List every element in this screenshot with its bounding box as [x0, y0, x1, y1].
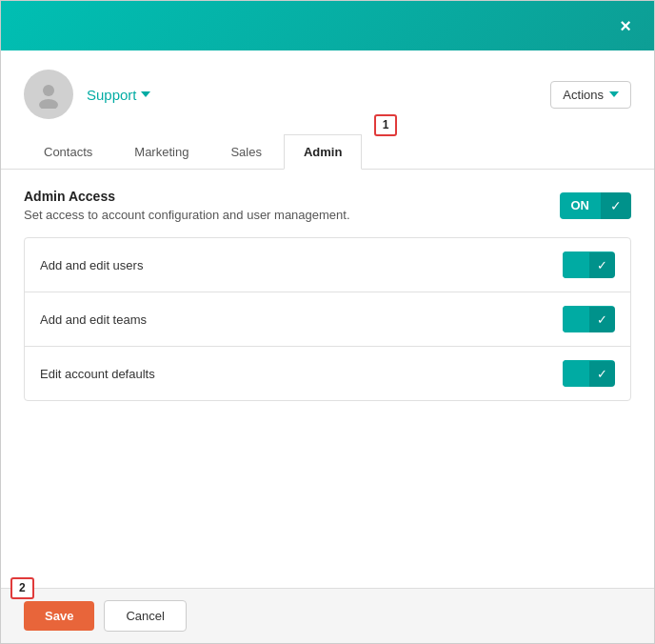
perm-item-edit-defaults: Edit account defaults ✓ [25, 347, 630, 400]
modal-header: × [1, 1, 654, 50]
close-button[interactable]: × [612, 12, 639, 39]
admin-access-description: Set access to account configuration and … [24, 208, 350, 222]
perm-item-add-teams: Add and edit teams ✓ [25, 292, 630, 347]
tab-contacts[interactable]: Contacts [24, 134, 112, 169]
admin-access-title: Admin Access [24, 189, 350, 204]
perm-label-add-teams: Add and edit teams [40, 312, 147, 327]
perm-toggle-block-3 [563, 360, 589, 387]
modal: × Support Actions [0, 0, 655, 644]
footer-badge: 2 [10, 577, 34, 599]
content-area: Admin Access Set access to account confi… [1, 170, 654, 420]
modal-footer: 2 Save Cancel [1, 588, 654, 643]
user-name-label: Support [87, 87, 137, 103]
admin-access-row: Admin Access Set access to account confi… [24, 189, 631, 222]
modal-body: Support Actions Contacts Marketing Sales… [1, 50, 654, 588]
permissions-list: Add and edit users ✓ Add and edit teams … [24, 237, 631, 401]
perm-item-add-users: Add and edit users ✓ [25, 238, 630, 292]
svg-point-1 [39, 99, 58, 109]
user-section: Support Actions [1, 50, 654, 134]
actions-button[interactable]: Actions [550, 81, 631, 109]
admin-access-text: Admin Access Set access to account confi… [24, 189, 350, 222]
cancel-button[interactable]: Cancel [104, 600, 186, 632]
perm-label-add-users: Add and edit users [40, 258, 143, 272]
chevron-down-icon [141, 91, 150, 97]
perm-toggle-add-users[interactable]: ✓ [563, 252, 615, 278]
user-info: Support [24, 70, 150, 119]
user-name-button[interactable]: Support [87, 87, 150, 103]
perm-toggle-block [563, 252, 589, 278]
tab-marketing[interactable]: Marketing [114, 134, 208, 169]
perm-toggle-edit-defaults[interactable]: ✓ [563, 360, 615, 387]
actions-chevron-icon [609, 91, 619, 97]
tabs-bar: Contacts Marketing Sales Admin 1 [1, 134, 654, 170]
save-button[interactable]: Save [24, 601, 94, 631]
perm-toggle-add-teams[interactable]: ✓ [563, 306, 615, 332]
perm-check-icon-2: ✓ [589, 307, 615, 332]
toggle-check-icon: ✓ [601, 192, 631, 219]
perm-toggle-block-2 [563, 306, 589, 332]
admin-badge: 1 [374, 114, 398, 136]
avatar [24, 70, 73, 119]
admin-access-toggle[interactable]: ON ✓ [560, 192, 632, 219]
toggle-on-label: ON [560, 192, 602, 218]
svg-point-0 [43, 85, 54, 96]
tab-admin[interactable]: Admin 1 [284, 134, 362, 170]
actions-label: Actions [563, 88, 604, 102]
perm-check-icon: ✓ [589, 252, 615, 278]
tab-sales[interactable]: Sales [210, 134, 282, 169]
perm-check-icon-3: ✓ [589, 361, 615, 387]
perm-label-edit-defaults: Edit account defaults [40, 367, 155, 381]
